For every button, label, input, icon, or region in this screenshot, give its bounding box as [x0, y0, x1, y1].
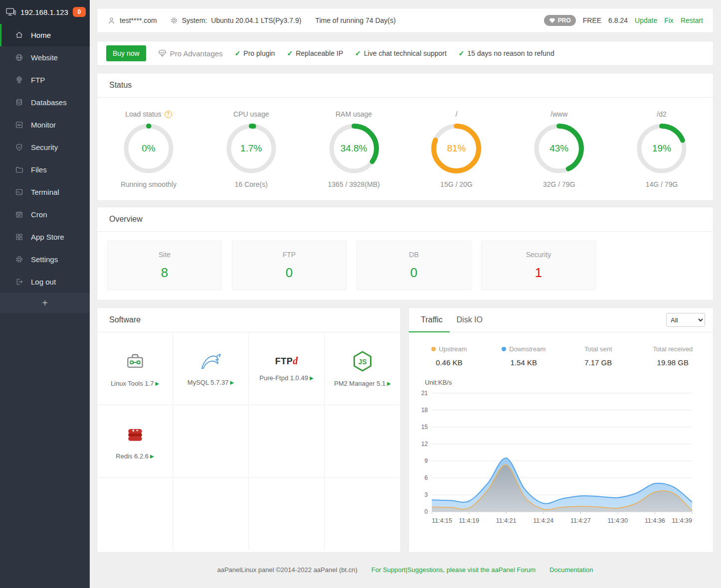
traffic-filter-select[interactable]: All [666, 313, 705, 327]
card-label: FTP [283, 251, 296, 259]
software-name: Linux Tools 1.7 [111, 380, 154, 387]
username[interactable]: test****.com [120, 16, 157, 24]
sidebar-item-cron[interactable]: Cron [0, 203, 90, 226]
pm2-hexagon-icon: JS [352, 350, 373, 372]
run-icon[interactable]: ▶ [310, 375, 314, 381]
software-cell-linux-tools[interactable]: Linux Tools 1.7▶ [97, 332, 173, 405]
software-cell-empty [173, 478, 249, 551]
gauge-label: CPU usage [233, 110, 269, 118]
svg-text:21: 21 [421, 390, 428, 397]
sidebar-item-terminal[interactable]: Terminal [0, 181, 90, 203]
shield-icon [15, 143, 23, 151]
sidebar-item-label: Log out [31, 278, 56, 286]
gauge-value: 0% [123, 123, 175, 174]
gauge-value: 81% [430, 123, 482, 174]
overview-card-site[interactable]: Site 8 [107, 241, 222, 290]
software-cell-mysql[interactable]: MySQL 5.7.37▶ [173, 332, 249, 405]
legend-value: 7.17 GB [584, 358, 612, 367]
update-link[interactable]: Update [635, 16, 657, 24]
gauge-label: / [455, 110, 457, 118]
feature-item: ✓Replaceable IP [287, 49, 343, 57]
software-cell-pure-ftpd[interactable]: FTPd Pure-Ftpd 1.0.49▶ [249, 332, 325, 405]
pro-advantages-link[interactable]: Pro Advantages [158, 49, 223, 58]
documentation-link[interactable]: Documentation [549, 566, 593, 574]
sidebar-item-files[interactable]: Files [0, 158, 90, 181]
run-icon[interactable]: ▶ [230, 380, 234, 385]
gauge-subtext: 14G / 79G [646, 180, 678, 188]
message-count-badge[interactable]: 0 [73, 7, 86, 17]
sidebar-item-label: Cron [31, 210, 47, 219]
sidebar-item-app-store[interactable]: App Store [0, 226, 90, 248]
svg-text:11:4:24: 11:4:24 [533, 517, 553, 524]
system-group: System: Ubuntu 20.04.1 LTS(Py3.7.9) [170, 16, 302, 24]
mysql-dolphin-icon [199, 351, 222, 371]
run-icon[interactable]: ▶ [387, 381, 391, 386]
pro-advantages-label: Pro Advantages [170, 49, 223, 58]
gauge-value: 19% [636, 123, 688, 174]
system-gear-icon [170, 16, 178, 24]
software-name: Pure-Ftpd 1.0.49 [259, 374, 308, 382]
sidebar-item-monitor[interactable]: Monitor [0, 114, 90, 136]
software-cell-empty [325, 405, 400, 478]
software-cell-empty [173, 405, 249, 478]
software-title: Software [97, 308, 400, 332]
diamond-icon [549, 18, 555, 23]
svg-text:6: 6 [424, 474, 428, 481]
software-cell-pm2[interactable]: JS PM2 Manager 5.1▶ [325, 332, 400, 405]
svg-text:11:4:21: 11:4:21 [496, 517, 517, 524]
sidebar-item-label: Security [31, 143, 58, 151]
sidebar-item-home[interactable]: Home [0, 24, 90, 46]
run-icon[interactable]: ▶ [150, 453, 154, 459]
help-icon[interactable]: ? [165, 111, 172, 118]
calendar-icon [15, 210, 23, 219]
restart-link[interactable]: Restart [681, 16, 703, 24]
database-icon [15, 98, 23, 107]
card-value: 8 [161, 265, 168, 281]
bottom-row: Software Linux Tools 1.7▶ [97, 307, 714, 553]
sidebar-expand-button[interactable]: + [0, 293, 90, 313]
feature-item: ✓Live chat technical support [355, 49, 447, 57]
account-group[interactable]: test****.com [107, 16, 157, 25]
overview-card-db[interactable]: DB 0 [357, 241, 471, 290]
traffic-panel: Traffic Disk IO All Upstream 0.46 KB Dow… [408, 307, 714, 553]
svg-text:11:4:27: 11:4:27 [570, 517, 591, 524]
pro-badge: PRO [544, 15, 576, 26]
gauge-value: 1.7% [225, 123, 277, 174]
check-icon: ✓ [287, 49, 293, 57]
svg-text:12: 12 [421, 441, 428, 447]
ftpd-logo-accent: d [293, 355, 298, 366]
monitor-chart-icon [15, 121, 23, 129]
svg-text:JS: JS [358, 357, 366, 365]
sidebar-item-databases[interactable]: Databases [0, 91, 90, 114]
overview-card-ftp[interactable]: FTP 0 [232, 241, 347, 290]
grid-icon [15, 233, 23, 241]
tab-disk-io[interactable]: Disk IO [450, 308, 490, 332]
svg-text:11:4:15: 11:4:15 [432, 517, 452, 524]
sidebar-nav: Home Website FTP Databases Monitor Secur… [0, 24, 90, 293]
svg-text:11:4:39: 11:4:39 [672, 517, 692, 524]
folder-icon [15, 165, 23, 174]
forum-link[interactable]: For Support|Suggestions, please visit th… [371, 566, 536, 574]
tab-traffic[interactable]: Traffic [409, 308, 450, 332]
svg-text:11:4:36: 11:4:36 [645, 517, 665, 524]
sidebar-item-settings[interactable]: Settings [0, 248, 90, 271]
software-cell-redis[interactable]: Redis 6.2.6▶ [97, 405, 173, 478]
gauge-cpu: CPU usage 1.7% 16 Core(s) [200, 108, 303, 188]
sidebar-item-logout[interactable]: Log out [0, 271, 90, 293]
card-value: 0 [286, 265, 293, 281]
buy-now-button[interactable]: Buy now [106, 45, 146, 61]
sidebar-item-security[interactable]: Security [0, 136, 90, 158]
legend-label: Upstream [439, 345, 467, 353]
computer-icon [6, 7, 16, 16]
sidebar-item-website[interactable]: Website [0, 46, 90, 69]
gauge-disk-d2: /d2 19% 14G / 79G [610, 108, 713, 188]
sidebar-item-label: Settings [31, 255, 58, 264]
gauge-subtext: Running smoothly [121, 180, 177, 188]
check-icon: ✓ [235, 49, 241, 57]
run-icon[interactable]: ▶ [155, 381, 159, 386]
edition-label: FREE [583, 16, 601, 24]
sidebar-item-ftp[interactable]: FTP [0, 69, 90, 91]
fix-link[interactable]: Fix [664, 16, 674, 24]
overview-card-security[interactable]: Security 1 [481, 241, 596, 290]
status-title: Status [97, 73, 713, 98]
